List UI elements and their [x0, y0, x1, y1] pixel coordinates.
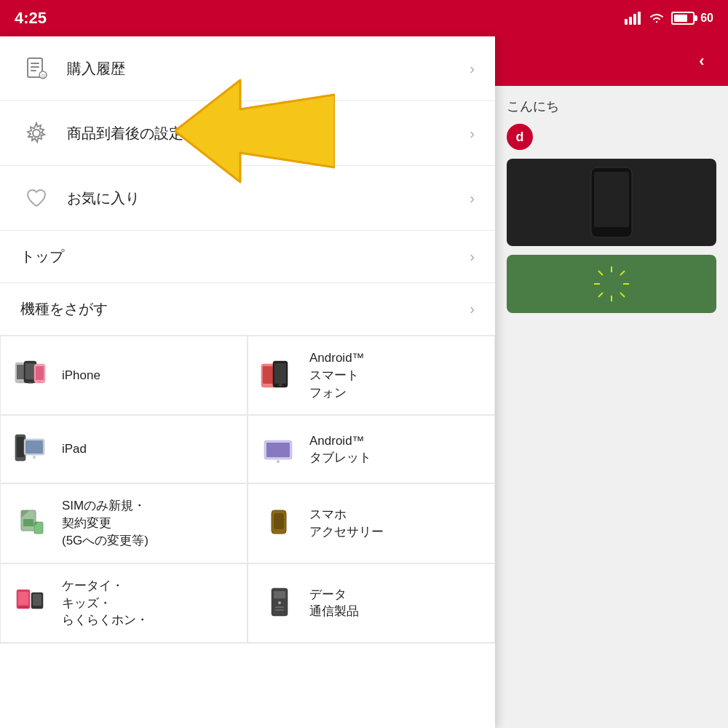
wifi-icon	[648, 12, 665, 25]
d-badge: d	[507, 124, 533, 150]
accessories-label: スマホ アクセサリー	[309, 506, 384, 541]
category-sim-only[interactable]: SIMのみ新規・ 契約変更 (5Gへの変更等)	[0, 483, 248, 563]
right-phone-image	[507, 159, 716, 246]
battery-percent: 60	[700, 12, 713, 25]
svg-rect-5	[31, 63, 39, 64]
svg-rect-31	[266, 443, 290, 457]
svg-rect-19	[38, 381, 41, 383]
ipad-label: iPad	[62, 440, 87, 458]
category-data-products[interactable]: データ 通信製品	[248, 563, 495, 643]
device-setup-label: 商品到着後の設定・開通	[67, 124, 470, 143]
svg-rect-23	[274, 363, 286, 384]
category-ipad[interactable]: iPad	[0, 415, 248, 483]
menu-item-device-setup[interactable]: 商品到着後の設定・開通 ›	[0, 101, 495, 166]
purchase-history-label: 購入履歴	[67, 59, 470, 79]
screen: ⊙ 購入履歴 › 商品到着後の設定・開通 › お気	[0, 36, 728, 728]
menu-item-top[interactable]: トップ ›	[0, 231, 495, 283]
svg-rect-6	[31, 66, 39, 68]
svg-rect-0	[625, 19, 628, 25]
category-android-tablet[interactable]: Android™ タブレット	[248, 415, 495, 483]
status-bar: 4:25 60	[0, 0, 728, 36]
svg-point-29	[33, 456, 36, 459]
menu-item-search-device[interactable]: 機種をさがす ›	[0, 283, 495, 336]
top-chevron: ›	[470, 248, 475, 265]
svg-rect-2	[633, 14, 636, 25]
heart-icon	[20, 182, 52, 214]
svg-rect-51	[594, 172, 629, 227]
android-tablet-thumb	[260, 429, 301, 470]
sim-only-label: SIMのみ新規・ 契約変更 (5Gへの変更等)	[62, 497, 149, 549]
svg-point-32	[277, 460, 280, 463]
svg-point-10	[33, 130, 40, 137]
category-iphone[interactable]: iPhone	[0, 336, 248, 415]
right-greeting: こんにち	[507, 98, 716, 115]
iphone-thumb	[12, 355, 53, 396]
menu-panel: ⊙ 購入履歴 › 商品到着後の設定・開通 › お気	[0, 36, 495, 728]
right-green-badge	[507, 255, 716, 313]
ipad-thumb	[12, 429, 53, 470]
svg-rect-35	[23, 519, 33, 526]
svg-rect-28	[25, 440, 43, 454]
favorites-chevron: ›	[470, 190, 475, 207]
keitai-label: ケータイ・ キッズ・ らくらくホン・	[62, 577, 149, 629]
android-tablet-label: Android™ タブレット	[309, 432, 371, 467]
battery-icon	[671, 12, 695, 25]
signal-icon	[625, 12, 642, 25]
svg-point-47	[278, 601, 281, 604]
search-device-label: 機種をさがす	[20, 299, 470, 319]
receipt-icon: ⊙	[20, 52, 52, 84]
right-panel-header: ‹	[495, 36, 728, 86]
android-smartphone-label: Android™ スマート フォン	[309, 349, 365, 401]
category-android-smartphone[interactable]: Android™ スマート フォン	[248, 336, 495, 415]
svg-rect-13	[19, 381, 23, 383]
svg-point-24	[279, 384, 282, 387]
svg-rect-39	[274, 513, 284, 529]
data-products-thumb	[260, 582, 301, 623]
right-panel: ‹ こんにち d	[495, 36, 728, 728]
svg-text:⊙: ⊙	[41, 73, 46, 79]
gear-icon	[20, 117, 52, 149]
svg-rect-41	[18, 592, 28, 605]
iphone-label: iPhone	[62, 367, 100, 384]
svg-rect-46	[274, 591, 285, 598]
svg-rect-48	[275, 606, 284, 608]
sim-thumb	[12, 503, 53, 544]
right-panel-content: こんにち d	[495, 86, 728, 728]
category-accessories[interactable]: スマホ アクセサリー	[248, 483, 495, 563]
favorites-label: お気に入り	[67, 189, 470, 208]
device-setup-chevron: ›	[470, 125, 475, 142]
svg-rect-1	[629, 17, 632, 25]
menu-item-purchase-history[interactable]: ⊙ 購入履歴 ›	[0, 36, 495, 101]
back-button[interactable]: ‹	[687, 47, 716, 76]
svg-rect-15	[25, 363, 35, 379]
category-keitai[interactable]: ケータイ・ キッズ・ らくらくホン・	[0, 563, 248, 643]
svg-rect-21	[263, 366, 274, 384]
svg-rect-18	[36, 366, 44, 380]
svg-rect-26	[17, 437, 24, 457]
top-label: トップ	[20, 247, 470, 266]
category-grid: iPhone Android™ スマート フォン	[0, 336, 495, 644]
svg-rect-7	[31, 70, 36, 71]
search-device-chevron: ›	[470, 301, 475, 317]
keitai-thumb	[12, 582, 53, 623]
status-time: 4:25	[15, 9, 47, 28]
svg-rect-49	[275, 609, 284, 611]
svg-rect-16	[28, 382, 33, 384]
android-smartphone-thumb	[260, 355, 301, 396]
menu-item-favorites[interactable]: お気に入り ›	[0, 166, 495, 231]
accessories-thumb	[260, 503, 301, 544]
status-icons: 60	[625, 12, 713, 25]
svg-rect-3	[638, 12, 641, 25]
svg-rect-42	[18, 606, 28, 608]
purchase-history-chevron: ›	[470, 60, 475, 77]
svg-rect-44	[33, 594, 41, 606]
data-products-label: データ 通信製品	[309, 586, 359, 621]
